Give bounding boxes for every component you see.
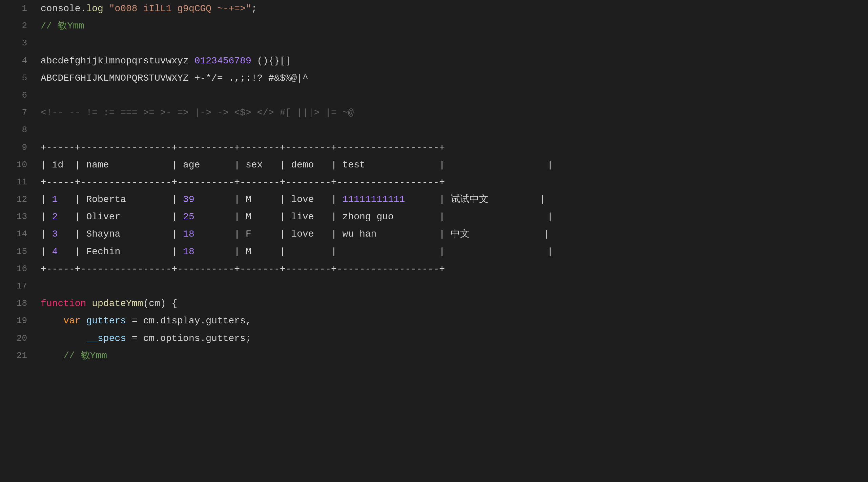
code-line-11: +-----+----------------+----------+-----… — [41, 174, 868, 191]
line-num-8: 8 — [0, 121, 27, 139]
line-num-16: 16 — [0, 260, 27, 278]
line-num-3: 3 — [0, 35, 27, 52]
line-num-15: 15 — [0, 243, 27, 260]
code-line-20: __specs = cm.options.gutters; — [41, 330, 868, 347]
line-num-4: 4 — [0, 52, 27, 69]
code-line-3 — [41, 35, 868, 52]
line-num-6: 6 — [0, 87, 27, 104]
code-area[interactable]: console.log "o008 iIlL1 g9qCGQ ~-+=>"; /… — [34, 0, 868, 482]
code-line-19: var gutters = cm.display.gutters, — [41, 312, 868, 329]
line-num-12: 12 — [0, 191, 27, 208]
line-num-20: 20 — [0, 330, 27, 347]
code-line-5: ABCDEFGHIJKLMNOPQRSTUVWXYZ +-*/= .,;:!? … — [41, 69, 868, 87]
line-num-17: 17 — [0, 278, 27, 295]
line-num-1: 1 — [0, 0, 27, 17]
line-numbers: 1 2 3 4 5 6 7 8 9 10 11 12 13 14 15 16 1… — [0, 0, 34, 482]
line-num-9: 9 — [0, 139, 27, 156]
code-line-9: +-----+----------------+----------+-----… — [41, 139, 868, 156]
line-num-21: 21 — [0, 347, 27, 364]
code-line-16: +-----+----------------+----------+-----… — [41, 260, 868, 278]
line-num-19: 19 — [0, 312, 27, 329]
line-num-2: 2 — [0, 17, 27, 35]
code-line-7: <!-- -- != := === >= >- => |-> -> <$> </… — [41, 104, 868, 121]
line-num-18: 18 — [0, 295, 27, 312]
code-line-1: console.log "o008 iIlL1 g9qCGQ ~-+=>"; — [41, 0, 868, 17]
code-line-14: | 3 | Shayna | 18 | F | love | wu han | … — [41, 225, 868, 243]
line-num-7: 7 — [0, 104, 27, 121]
code-line-12: | 1 | Roberta | 39 | M | love | 11111111… — [41, 191, 868, 208]
editor-container: 1 2 3 4 5 6 7 8 9 10 11 12 13 14 15 16 1… — [0, 0, 868, 482]
line-num-11: 11 — [0, 174, 27, 191]
code-line-8 — [41, 121, 868, 139]
line-num-13: 13 — [0, 208, 27, 225]
code-line-15: | 4 | Fechin | 18 | M | | | | — [41, 243, 868, 260]
code-line-6 — [41, 87, 868, 104]
code-line-17 — [41, 278, 868, 295]
code-line-10: | id | name | age | sex | demo | test | … — [41, 156, 868, 174]
code-line-13: | 2 | Oliver | 25 | M | live | zhong guo… — [41, 208, 868, 225]
code-line-2: // 敏Ymm — [41, 17, 868, 35]
code-line-18: function updateYmm(cm) { — [41, 295, 868, 312]
line-num-5: 5 — [0, 69, 27, 87]
code-line-21: // 敏Ymm — [41, 347, 868, 364]
code-line-4: abcdefghijklmnopqrstuvwxyz 0123456789 ()… — [41, 52, 868, 69]
line-num-10: 10 — [0, 156, 27, 174]
line-num-14: 14 — [0, 225, 27, 243]
